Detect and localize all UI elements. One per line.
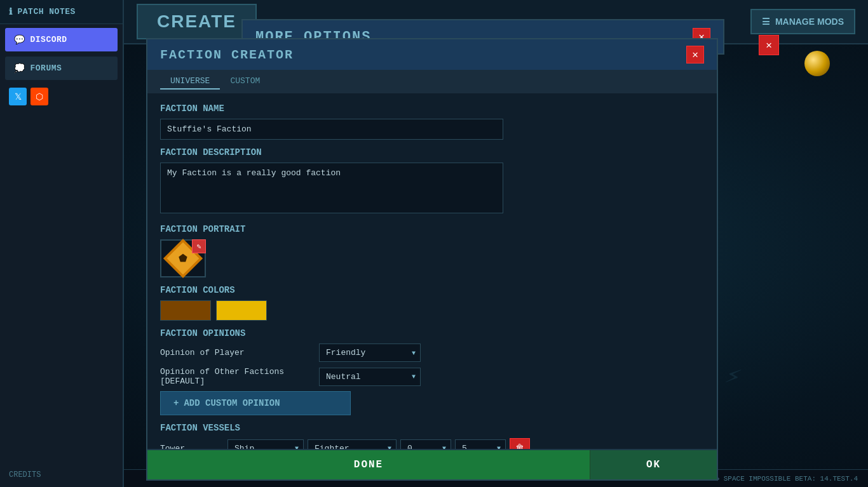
form-content: Faction Name Faction Description My Fact… xyxy=(147,93,717,449)
twitter-icon[interactable]: 𝕏 xyxy=(9,88,27,105)
faction-creator-dialog: FACTION CREATOR ✕ UNIVERSE CUSTOM Factio… xyxy=(146,38,718,481)
colors-row xyxy=(160,300,704,321)
secondary-close-button[interactable]: ✕ xyxy=(759,35,779,55)
ok-button[interactable]: OK xyxy=(590,450,717,479)
vessel-number-select[interactable]: 1 2 3 4 5 xyxy=(455,439,506,450)
opinion-other-label: Opinion of Other Factions [DEFAULT] xyxy=(160,367,313,386)
bottom-actions: DONE OK xyxy=(147,449,717,479)
opinion-player-select[interactable]: Friendly Neutral Hostile Allied xyxy=(319,344,421,362)
list-icon: ☰ xyxy=(762,17,770,27)
vessel-type-select[interactable]: Ship Station xyxy=(227,439,304,450)
add-custom-opinion-button[interactable]: + Add Custom Opinion xyxy=(160,391,351,415)
done-button[interactable]: DONE xyxy=(147,450,590,479)
faction-name-label: Faction Name xyxy=(160,103,704,114)
opinion-other-select-wrapper: Friendly Neutral Hostile Allied xyxy=(319,368,421,386)
faction-description-input[interactable]: My Faction is a really good faction xyxy=(160,163,503,213)
opinion-player-select-wrapper: Friendly Neutral Hostile Allied xyxy=(319,344,421,362)
opinion-player-row: Opinion of Player Friendly Neutral Hosti… xyxy=(160,344,704,362)
opinion-other-row: Opinion of Other Factions [DEFAULT] Frie… xyxy=(160,367,704,386)
faction-creator-title: FACTION CREATOR xyxy=(160,48,294,62)
vessel-name: Tower xyxy=(160,444,224,450)
faction-opinions-label: Faction Opinions xyxy=(160,328,704,338)
vessel-subtype-select[interactable]: Fighter Frigate Cruiser Carrier xyxy=(308,439,397,450)
portrait-box[interactable]: ⬟ ✎ xyxy=(160,239,206,277)
plus-icon: + xyxy=(173,398,179,408)
reddit-icon[interactable]: ⬡ xyxy=(31,88,48,105)
sidebar-item-credits[interactable]: CREDITS xyxy=(0,463,124,487)
portrait-edit-button[interactable]: ✎ xyxy=(192,239,206,253)
social-icons-area: 𝕏 ⬡ xyxy=(0,83,123,110)
faction-portrait-label: Faction Portrait xyxy=(160,224,704,234)
secondary-close-area: ✕ xyxy=(759,35,779,55)
universe-tabs: UNIVERSE CUSTOM xyxy=(147,70,717,93)
vessel-delete-button[interactable]: 🗑 xyxy=(510,438,530,449)
vessel-row: Tower Ship Station Fighter Frigate Cruis… xyxy=(160,438,704,449)
planet-orb xyxy=(804,51,830,76)
vessel-number-select-wrapper: 1 2 3 4 5 xyxy=(455,439,506,450)
opinion-other-select[interactable]: Friendly Neutral Hostile Allied xyxy=(319,368,421,386)
trash-icon: 🗑 xyxy=(515,443,524,449)
vessel-type-select-wrapper: Ship Station xyxy=(227,439,304,450)
vessel-subtype-select-wrapper: Fighter Frigate Cruiser Carrier xyxy=(308,439,397,450)
discord-icon: 💬 xyxy=(14,34,25,45)
faction-name-input[interactable] xyxy=(160,119,503,140)
sidebar: ℹ PATCH NOTES 💬 DISCORD 💭 FORUMS 𝕏 ⬡ CRE… xyxy=(0,0,124,487)
portrait-area: ⬟ ✎ xyxy=(160,239,704,277)
faction-description-label: Faction Description xyxy=(160,147,704,157)
sidebar-item-forums[interactable]: 💭 FORUMS xyxy=(5,57,118,80)
faction-colors-label: Faction Colors xyxy=(160,285,704,295)
status-text: ◈ SPACE IMPOSSIBLE BETA: 14.TEST.4 xyxy=(715,474,858,483)
sidebar-item-patch-notes[interactable]: ℹ PATCH NOTES xyxy=(0,0,123,24)
faction-vessels-label: Faction Vessels xyxy=(160,423,704,433)
faction-creator-close-button[interactable]: ✕ xyxy=(686,46,704,63)
color-swatch-primary[interactable] xyxy=(160,300,211,321)
color-swatch-secondary[interactable] xyxy=(216,300,267,321)
sidebar-item-discord[interactable]: 💬 DISCORD xyxy=(5,28,118,51)
opinion-player-label: Opinion of Player xyxy=(160,348,313,357)
manage-mods-button[interactable]: ☰ MANAGE MODS xyxy=(750,9,855,34)
portrait-icon: ⬟ xyxy=(179,252,187,265)
vessel-count-select-wrapper: 0 1 2 5 xyxy=(400,439,451,450)
create-button[interactable]: CREATE xyxy=(137,4,257,39)
tab-universe[interactable]: UNIVERSE xyxy=(160,74,220,90)
info-icon: ℹ xyxy=(9,6,13,17)
tab-custom[interactable]: CUSTOM xyxy=(220,74,270,90)
forums-icon: 💭 xyxy=(14,63,25,74)
vessel-count-select[interactable]: 0 1 2 5 xyxy=(400,439,451,450)
faction-creator-header: FACTION CREATOR ✕ xyxy=(147,39,717,70)
